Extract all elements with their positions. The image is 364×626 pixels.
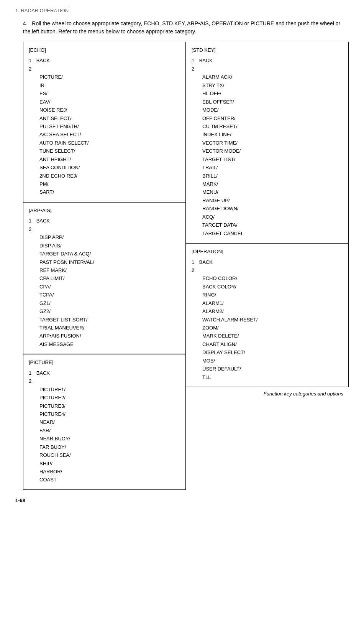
- stdkey-item2: 2: [192, 65, 343, 73]
- list-item: OFF CENTER/: [202, 114, 343, 122]
- list-item: PICTURE3/: [39, 402, 180, 410]
- arpais-title: [ARP•AIS]: [29, 206, 180, 214]
- list-item: SEA CONDITION/: [39, 163, 180, 171]
- operation-item2: 2: [192, 266, 343, 274]
- list-item: MARK DELETE/: [202, 332, 343, 340]
- picture-items: PICTURE1/PICTURE2/PICTURE3/PICTURE4/NEAR…: [39, 385, 180, 484]
- list-item: MENU/: [202, 188, 343, 196]
- stdkey-title: [STD KEY]: [192, 46, 343, 54]
- page-header: 1. RADAR OPERATION: [15, 8, 349, 13]
- list-item: ANT HEIGHT/: [39, 155, 180, 163]
- list-item: ROUGH SEA/: [39, 451, 180, 459]
- list-item: CHART ALIGN/: [202, 340, 343, 348]
- list-item: NEAR/: [39, 418, 180, 426]
- arpais-item1: 1 BACK: [29, 217, 180, 225]
- list-item: HARBOR/: [39, 468, 180, 476]
- list-item: PICTURE2/: [39, 394, 180, 402]
- arpais-menu: [ARP•AIS] 1 BACK 2 DISP ARP/DISP AIS/TAR…: [23, 202, 186, 354]
- list-item: ANT SELECT/: [39, 114, 180, 122]
- right-column: [STD KEY] 1 BACK 2 ALARM ACK/STBY TX/HL …: [186, 42, 349, 490]
- list-item: ACQ/: [202, 213, 343, 221]
- list-item: NEAR BUOY/: [39, 435, 180, 443]
- list-item: TRIAL MANEUVER/: [39, 324, 180, 332]
- list-item: CPA LIMIT/: [39, 274, 180, 282]
- list-item: IR: [39, 81, 180, 89]
- list-item: TARGET DATA/: [202, 221, 343, 229]
- list-item: TARGET LIST SORT/: [39, 316, 180, 324]
- list-item: ZOOM/: [202, 324, 343, 332]
- list-item: GZ1/: [39, 299, 180, 307]
- list-item: AUTO RAIN SELECT/: [39, 139, 180, 147]
- list-item: PICTURE1/: [39, 385, 180, 394]
- operation-items: ECHO COLOR/BACK COLOR/RING/ALARM1/ALARM2…: [202, 274, 343, 381]
- step-text: 4. Roll the wheel to choose appropriate …: [23, 20, 349, 36]
- list-item: STBY TX/: [202, 81, 343, 89]
- operation-menu: [OPERATION] 1 BACK 2 ECHO COLOR/BACK COL…: [186, 243, 349, 387]
- list-item: RANGE DOWN/: [202, 204, 343, 213]
- step-number: 4.: [23, 20, 28, 26]
- list-item: ES/: [39, 89, 180, 97]
- echo-item2: 2: [29, 65, 180, 73]
- list-item: VECTOR TIME/: [202, 139, 343, 147]
- echo-items: PICTURE/IRES/EAV/NOISE REJ/ANT SELECT/PU…: [39, 73, 180, 196]
- list-item: PULSE LENGTH/: [39, 122, 180, 130]
- list-item: TLL: [202, 373, 343, 381]
- list-item: DISP AIS/: [39, 242, 180, 250]
- list-item: RANGE UP/: [202, 196, 343, 204]
- step-description: Roll the wheel to choose appropriate cat…: [23, 20, 340, 35]
- list-item: ARP•AIS FUSION/: [39, 332, 180, 340]
- list-item: 2ND ECHO REJ/: [39, 172, 180, 180]
- list-item: GZ2/: [39, 307, 180, 315]
- page-footer: 1-68: [15, 498, 349, 503]
- list-item: DISPLAY SELECT/: [202, 348, 343, 356]
- list-item: EAV/: [39, 98, 180, 106]
- picture-item2: 2: [29, 377, 180, 385]
- list-item: TRAIL/: [202, 163, 343, 171]
- list-item: SHIP/: [39, 460, 180, 468]
- list-item: PICTURE4/: [39, 410, 180, 418]
- left-column: [ECHO] 1 BACK 2 PICTURE/IRES/EAV/NOISE R…: [23, 42, 186, 490]
- list-item: BACK COLOR/: [202, 283, 343, 291]
- list-item: TCPA/: [39, 291, 180, 299]
- list-item: VECTOR MODE/: [202, 147, 343, 155]
- list-item: ALARM ACK/: [202, 73, 343, 81]
- picture-menu: [PICTURE] 1 BACK 2 PICTURE1/PICTURE2/PIC…: [23, 354, 186, 490]
- picture-title: [PICTURE]: [29, 358, 180, 366]
- list-item: TUNE SELECT/: [39, 147, 180, 155]
- picture-item1: 1 BACK: [29, 369, 180, 377]
- list-item: COAST: [39, 476, 180, 484]
- list-item: INDEX LINE/: [202, 130, 343, 138]
- list-item: AIS MESSAGE: [39, 340, 180, 348]
- list-item: FAR BUOY/: [39, 443, 180, 451]
- list-item: MOB/: [202, 357, 343, 365]
- list-item: USER DEFAULT/: [202, 365, 343, 373]
- stdkey-items: ALARM ACK/STBY TX/HL OFF/EBL OFFSET/MODE…: [202, 73, 343, 237]
- list-item: REF MARK/: [39, 266, 180, 274]
- operation-item1: 1 BACK: [192, 258, 343, 266]
- list-item: CU TM RESET/: [202, 122, 343, 130]
- list-item: MARK/: [202, 180, 343, 188]
- list-item: ALARM2/: [202, 307, 343, 315]
- list-item: PICTURE/: [39, 73, 180, 81]
- arpais-items: DISP ARP/DISP AIS/TARGET DATA & ACQ/PAST…: [39, 233, 180, 348]
- list-item: TARGET DATA & ACQ/: [39, 250, 180, 258]
- echo-item1: 1 BACK: [29, 56, 180, 64]
- list-item: HL OFF/: [202, 89, 343, 97]
- list-item: RING/: [202, 291, 343, 299]
- echo-menu: [ECHO] 1 BACK 2 PICTURE/IRES/EAV/NOISE R…: [23, 42, 186, 202]
- list-item: WATCH ALARM RESET/: [202, 316, 343, 324]
- menus-container: [ECHO] 1 BACK 2 PICTURE/IRES/EAV/NOISE R…: [23, 42, 349, 490]
- list-item: PM/: [39, 180, 180, 188]
- list-item: DISP ARP/: [39, 233, 180, 241]
- operation-title: [OPERATION]: [192, 247, 343, 255]
- arpais-item2: 2: [29, 225, 180, 233]
- list-item: MODE/: [202, 106, 343, 114]
- echo-title: [ECHO]: [29, 46, 180, 54]
- caption-text: Function key categories and options: [264, 391, 343, 397]
- list-item: CPA/: [39, 283, 180, 291]
- list-item: PAST POSN INTERVAL/: [39, 258, 180, 266]
- list-item: TARGET CANCEL: [202, 229, 343, 237]
- list-item: TARGET LIST/: [202, 155, 343, 163]
- caption-area: Function key categories and options: [186, 387, 349, 400]
- stdkey-menu: [STD KEY] 1 BACK 2 ALARM ACK/STBY TX/HL …: [186, 42, 349, 243]
